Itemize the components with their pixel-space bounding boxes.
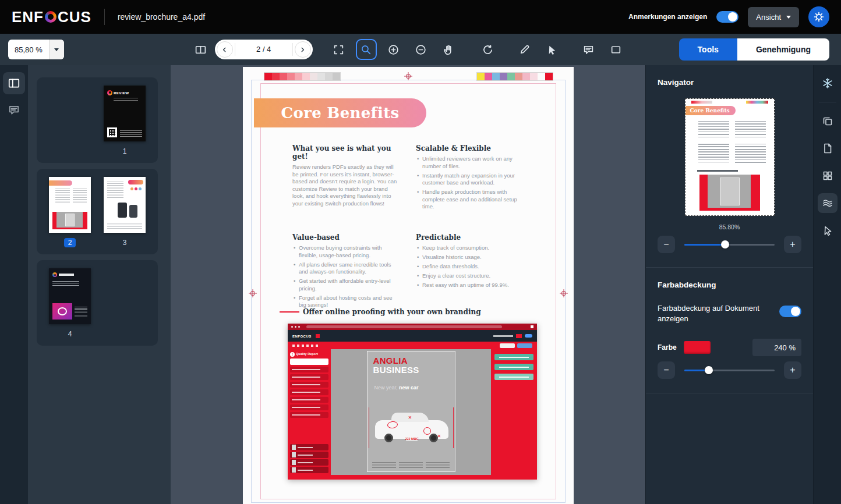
coverage-value-input[interactable]: 240 % <box>752 339 801 356</box>
select-tool-button[interactable] <box>542 39 563 60</box>
zoom-decrease-button[interactable]: − <box>658 236 675 253</box>
page-number: 3 <box>123 238 127 247</box>
mini-alert-row <box>290 359 328 365</box>
doc-heading: What you see is what you get! <box>292 144 397 161</box>
approval-tab[interactable]: Genehmigung <box>737 38 829 61</box>
zoom-slider[interactable] <box>684 244 775 246</box>
settings-button[interactable] <box>808 6 829 27</box>
coverage-panel-button[interactable] <box>818 193 838 213</box>
cover-subtitle-lines <box>114 98 138 102</box>
duplicate-panel-button[interactable] <box>818 111 838 131</box>
zoom-tool-button[interactable] <box>356 39 377 60</box>
mini-browser-bar <box>288 324 537 330</box>
coverage-increase-button[interactable]: + <box>784 361 801 379</box>
embedded-app-screenshot: ENFOCUS ! Quality Report <box>288 324 537 480</box>
color-swatch[interactable] <box>684 341 711 354</box>
fit-screen-button[interactable] <box>328 39 349 60</box>
mini-page-title: Core Benefits <box>685 106 736 115</box>
zoom-level-dropdown[interactable]: 85,80 % <box>8 40 64 59</box>
mini-url-bar <box>306 325 502 328</box>
inspector-panel: Navigator Core Benefits 85.80% − + Farba… <box>645 65 813 504</box>
navigator-preview[interactable]: Core Benefits <box>685 98 775 216</box>
page-number: 1 <box>123 147 127 156</box>
coverage-slider[interactable] <box>684 370 775 371</box>
doc-block-value: Value-based Overcome buying constraints … <box>292 233 397 311</box>
doc-block-scalable: Scalable & Flexible Unlimited reviewers … <box>416 144 521 212</box>
page-2-thumbnail[interactable]: 2 <box>43 177 97 247</box>
cloud-logo-icon <box>52 272 57 277</box>
annotation-line <box>369 407 369 448</box>
pages-panel-icon <box>8 77 20 90</box>
expand-icon <box>333 44 345 56</box>
doc-bullet: Get started with affordable entry-level … <box>292 278 397 292</box>
document-canvas[interactable]: Core Benefits What you see is what you g… <box>171 65 645 504</box>
mini-toggle <box>525 334 532 338</box>
zoom-out-button[interactable] <box>411 39 432 60</box>
page-4-thumbnail[interactable]: 4 <box>43 268 97 339</box>
annotation-line <box>453 407 454 448</box>
zoom-increase-button[interactable]: + <box>784 236 801 253</box>
coverage-toggle[interactable] <box>779 306 801 317</box>
annotate-pen-button[interactable] <box>514 39 535 60</box>
page-3-thumbnail[interactable]: 3 <box>97 177 152 247</box>
right-rail <box>813 65 841 504</box>
comment-tool-button[interactable] <box>578 39 599 60</box>
chevron-right-icon <box>299 46 306 54</box>
pointer-panel-button[interactable] <box>818 221 838 240</box>
copy-icon <box>822 115 833 127</box>
doc-bullet: All plans deliver same incredible tools … <box>292 261 397 276</box>
doc-bullet: Visualize historic usage. <box>416 254 521 261</box>
gear-icon <box>813 11 825 23</box>
zoom-in-button[interactable] <box>383 39 404 60</box>
annotations-toggle[interactable] <box>716 11 738 23</box>
magnifier-icon <box>360 44 372 56</box>
mini-toolbar <box>288 342 537 349</box>
coverage-slider-knob[interactable] <box>705 366 713 374</box>
zoom-slider-knob[interactable] <box>721 240 729 249</box>
mini-enfocus-logo: ENFOCUS <box>292 334 306 338</box>
inspect-button[interactable] <box>818 73 838 93</box>
mini-report-title: Quality Report <box>296 352 318 356</box>
next-page-button[interactable] <box>295 41 311 58</box>
separations-button[interactable] <box>818 166 838 186</box>
mini-action-button <box>494 354 533 360</box>
navigator-zoom-label: 85.80% <box>658 223 801 230</box>
view-menu-button[interactable]: Ansicht <box>748 7 799 27</box>
page-indicator[interactable]: 2 / 4 <box>235 43 293 56</box>
phone-image <box>118 203 127 218</box>
cursor-icon <box>546 44 558 56</box>
frame-tool-button[interactable] <box>606 39 627 60</box>
page-number: 4 <box>68 329 72 339</box>
document-info-button[interactable] <box>818 139 838 158</box>
page-1-thumbnail[interactable]: REVIEW 1 <box>97 86 152 156</box>
red-rule <box>280 311 299 313</box>
mini-quality-report-sidebar: ! Quality Report <box>288 349 331 475</box>
mini-approval-panel <box>491 349 537 475</box>
page-title-banner: Core Benefits <box>254 98 426 127</box>
mini-action-button <box>494 364 533 370</box>
pdf-page[interactable]: Core Benefits What you see is what you g… <box>243 67 574 504</box>
spread-card-1: REVIEW 1 <box>37 77 158 163</box>
pan-tool-button[interactable] <box>438 39 459 60</box>
proofing-heading: Offer online proofing with your own bran… <box>280 308 481 316</box>
chevron-down-icon <box>49 40 64 59</box>
thumbnails-panel-button[interactable] <box>3 72 25 94</box>
navigator-title: Navigator <box>658 78 801 87</box>
comments-panel-button[interactable] <box>3 99 25 121</box>
tools-tab[interactable]: Tools <box>679 38 737 61</box>
phone-image <box>129 205 137 218</box>
previous-page-button[interactable] <box>217 41 233 58</box>
coverage-decrease-button[interactable]: − <box>658 361 675 379</box>
photo-block <box>52 303 72 320</box>
spread-view-button[interactable] <box>190 39 211 60</box>
doc-block-wysiwyg: What you see is what you get! Review ren… <box>292 144 397 212</box>
doc-bullet: Handle peak production times with comple… <box>416 189 521 211</box>
enfocus-logo: ENF CUS <box>12 8 91 26</box>
page-4-preview <box>49 268 91 324</box>
magazine-cover: ANGLIA BUSINESS New year, new car 222 MB… <box>367 351 455 472</box>
mini-screenshot <box>52 212 87 229</box>
doc-block-predictable: Predictable Keep track of consumption. V… <box>416 233 521 311</box>
comment-icon <box>582 44 595 56</box>
doc-bullet: Enjoy a clear cost structure. <box>416 272 521 280</box>
rotate-button[interactable] <box>478 39 499 60</box>
